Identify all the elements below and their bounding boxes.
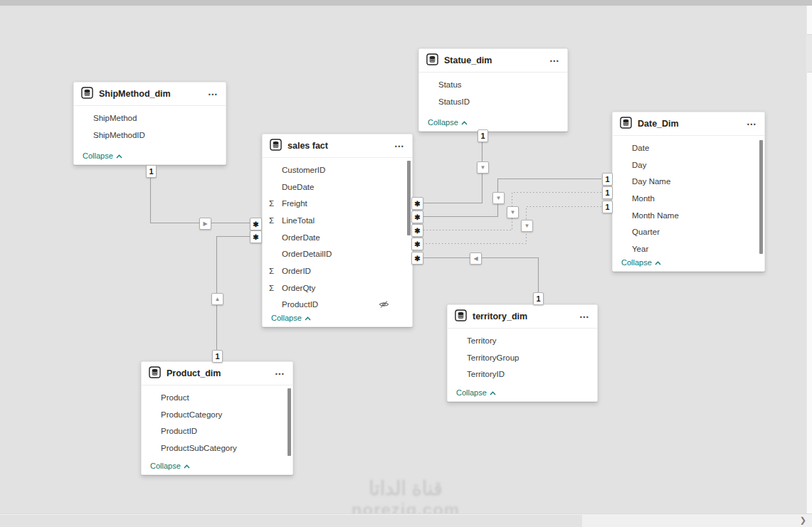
cardinality-many-date-3[interactable]: ✱	[411, 238, 423, 250]
sum-icon: Σ	[269, 284, 274, 292]
sum-icon: Σ	[269, 199, 274, 208]
collapse-link[interactable]: Collapse	[613, 258, 764, 271]
field-row[interactable]: OrderDate	[263, 229, 412, 246]
field-label: DueDate	[282, 183, 314, 191]
table-scrollbar[interactable]	[759, 140, 763, 254]
table-scrollbar[interactable]	[407, 161, 411, 235]
field-label: Date	[632, 144, 649, 152]
cardinality-many-territory[interactable]: ✱	[411, 252, 423, 265]
collapse-chevron-icon	[461, 118, 468, 127]
more-options-icon[interactable]: ⋯	[273, 370, 287, 377]
horizontal-scrollbar-thumb[interactable]	[0, 515, 582, 527]
table-card-product-dim[interactable]: Product_dim ⋯ ProductProductCategoryProd…	[141, 361, 293, 475]
table-header[interactable]: Statue_dim ⋯	[419, 49, 567, 73]
table-card-statue-dim[interactable]: Statue_dim ⋯ StatusStatusID Collapse	[418, 48, 568, 132]
table-title: Product_dim	[167, 368, 221, 378]
field-row[interactable]: Date	[613, 139, 764, 156]
filter-arrow-left-territory[interactable]: ◀	[470, 252, 482, 265]
field-label: ProductCategory	[161, 410, 222, 419]
hidden-field-icon[interactable]	[379, 299, 389, 310]
cardinality-many-shipmethod[interactable]: ✱	[250, 218, 262, 230]
field-row[interactable]: Territory	[448, 332, 597, 349]
field-row[interactable]: Day	[613, 156, 764, 174]
field-row[interactable]: Status	[419, 76, 567, 93]
field-row[interactable]: StatusID	[419, 93, 567, 110]
vertical-scrollbar-thumb[interactable]	[807, 34, 812, 73]
relationship-line-statue-sales[interactable]	[421, 140, 483, 203]
field-row[interactable]: ProductID	[263, 297, 412, 314]
field-row[interactable]: ΣLineTotal	[263, 212, 412, 229]
more-options-icon[interactable]: ⋯	[578, 313, 591, 320]
cardinality-one-statue[interactable]: 1	[478, 129, 488, 142]
table-header[interactable]: Date_Dim ⋯	[613, 112, 764, 136]
table-header[interactable]: Product_dim ⋯	[142, 362, 292, 385]
table-card-sales-fact[interactable]: sales fact ⋯ CustomerIDDueDateΣFreightΣL…	[262, 134, 413, 327]
filter-arrow-down-date-3[interactable]: ▼	[521, 220, 533, 232]
collapse-chevron-icon	[184, 462, 190, 470]
collapse-label: Collapse	[428, 118, 458, 127]
field-row[interactable]: ΣFreight	[263, 195, 412, 212]
field-row[interactable]: CustomerID	[263, 161, 412, 179]
table-title: sales fact	[288, 141, 328, 151]
collapse-link[interactable]: Collapse	[74, 151, 226, 164]
field-row[interactable]: ShipMethod	[74, 110, 226, 127]
field-row[interactable]: ProductID	[142, 422, 292, 440]
field-row[interactable]: ΣOrderQty	[263, 280, 412, 297]
field-row[interactable]: TerritoryID	[448, 366, 597, 383]
cardinality-one-date-3[interactable]: 1	[602, 201, 613, 213]
field-row[interactable]: Day Name	[613, 173, 764, 190]
field-label: CustomerID	[282, 166, 325, 174]
cardinality-one-territory[interactable]: 1	[533, 292, 544, 305]
table-header[interactable]: ShipMethod_dim ⋯	[74, 82, 226, 106]
field-row[interactable]: Month Name	[613, 207, 764, 224]
field-row[interactable]: OrderDetailID	[263, 245, 412, 262]
field-row[interactable]: Product	[142, 389, 292, 406]
collapse-link[interactable]: Collapse	[263, 314, 412, 326]
filter-arrow-right-shipmethod[interactable]: ▶	[199, 218, 211, 230]
field-label: TerritoryGroup	[467, 353, 520, 362]
horizontal-scrollbar[interactable]: ❯	[0, 513, 812, 527]
field-row[interactable]: TerritoryGroup	[448, 349, 597, 366]
field-label: ProductID	[161, 427, 197, 435]
cardinality-many-product[interactable]: ✱	[250, 230, 262, 243]
field-row[interactable]: ProductSubCategory	[142, 440, 292, 457]
collapse-link[interactable]: Collapse	[142, 462, 292, 474]
table-icon	[426, 53, 438, 68]
field-row[interactable]: ShipMethodID	[74, 127, 226, 144]
table-scrollbar[interactable]	[288, 388, 291, 456]
vertical-scrollbar[interactable]	[806, 6, 812, 513]
field-label: Product	[161, 393, 189, 402]
cardinality-one-date-2[interactable]: 1	[602, 186, 613, 199]
filter-arrow-up-product[interactable]: ▲	[211, 293, 223, 305]
scroll-right-arrow-icon[interactable]: ❯	[800, 516, 806, 525]
cardinality-many-date-1[interactable]: ✱	[411, 211, 423, 223]
relationship-line-shipmethod-sales[interactable]	[151, 176, 251, 223]
more-options-icon[interactable]: ⋯	[548, 57, 561, 64]
cardinality-many-statue[interactable]: ✱	[411, 197, 423, 210]
filter-arrow-down-date-1[interactable]: ▼	[492, 192, 505, 204]
field-row[interactable]: ΣOrderID	[263, 262, 412, 280]
cardinality-many-date-2[interactable]: ✱	[411, 224, 423, 237]
filter-arrow-down-date-2[interactable]: ▼	[507, 206, 519, 218]
field-row[interactable]: DueDate	[263, 179, 412, 196]
table-card-territory-dim[interactable]: territory_dim ⋯ TerritoryTerritoryGroupT…	[447, 304, 598, 402]
more-options-icon[interactable]: ⋯	[393, 142, 406, 149]
cardinality-one-shipmethod[interactable]: 1	[146, 165, 157, 178]
field-row[interactable]: ProductCategory	[142, 406, 292, 423]
field-row[interactable]: Year	[613, 240, 764, 257]
model-view-canvas[interactable]: قناة الداتا norezig.com ShipMethod_dim ⋯…	[0, 0, 812, 527]
table-header[interactable]: sales fact ⋯	[263, 134, 412, 158]
cardinality-one-date-1[interactable]: 1	[602, 173, 613, 186]
table-card-shipmethod-dim[interactable]: ShipMethod_dim ⋯ ShipMethodShipMethodID …	[73, 82, 226, 165]
field-row[interactable]: Month	[613, 190, 764, 207]
more-options-icon[interactable]: ⋯	[206, 90, 220, 97]
watermark-line1: قناة الداتا	[299, 477, 512, 501]
filter-arrow-down-statue[interactable]: ▼	[477, 161, 489, 174]
table-card-date-dim[interactable]: Date_Dim ⋯ DateDayDay NameMonthMonth Nam…	[612, 112, 765, 272]
collapse-link[interactable]: Collapse	[448, 388, 597, 401]
field-row[interactable]: Quarter	[613, 223, 764, 240]
cardinality-one-product[interactable]: 1	[212, 350, 223, 363]
more-options-icon[interactable]: ⋯	[745, 120, 759, 127]
table-header[interactable]: territory_dim ⋯	[448, 305, 597, 329]
collapse-link[interactable]: Collapse	[419, 118, 567, 131]
